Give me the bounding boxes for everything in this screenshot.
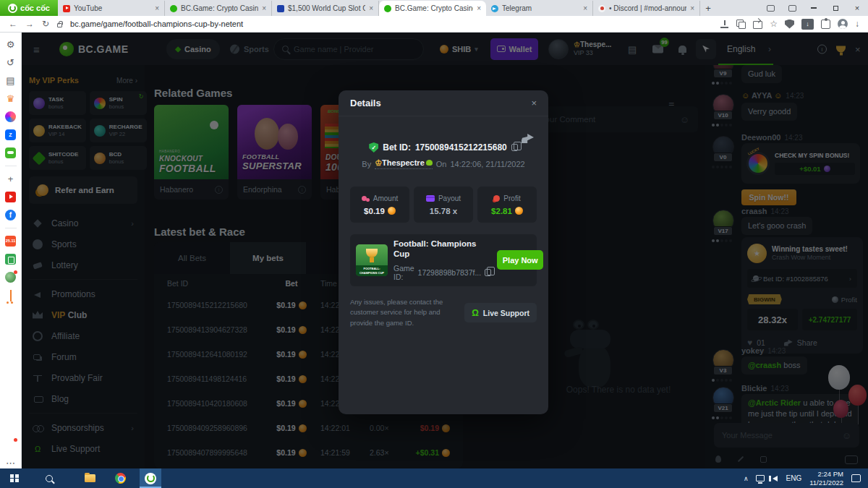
download-page-icon[interactable]	[720, 20, 729, 29]
tray-expand-icon[interactable]: ∧	[744, 475, 749, 482]
bet-datetime: 14:22:06, 21/11/2022	[450, 160, 524, 168]
language-indicator[interactable]: ENG	[786, 474, 801, 482]
reading-mode-icon[interactable]	[760, 0, 781, 16]
close-window-button[interactable]: ×	[846, 0, 868, 16]
newsfeed-icon[interactable]: ▤	[5, 75, 16, 86]
start-button[interactable]	[4, 468, 25, 488]
download-button[interactable]: ↓	[801, 19, 814, 30]
game-id-row: Game ID: 17298898b7837f...	[393, 264, 491, 281]
tab-discord[interactable]: • Discord | #mod-announc ×	[593, 1, 700, 16]
tab-title: • Discord | #mod-announc	[609, 4, 686, 12]
tab-bcgame-1[interactable]: BC.Game: Crypto Casino Gam ×	[165, 1, 272, 16]
browser-side-rail: ⚙ ↺ ▤ ♛ Z + f 25.11 ⋯	[0, 33, 22, 468]
taskbar-clock[interactable]: 2:24 PM 11/21/2022	[809, 470, 843, 487]
calendar-icon[interactable]: 25.11	[5, 236, 16, 247]
windows-logo-icon	[10, 474, 19, 483]
send-to-device-icon[interactable]	[781, 0, 803, 16]
amount-value: $0.19	[364, 207, 385, 215]
bet-username[interactable]: ♔Thespectre	[375, 158, 433, 169]
modal-close-icon[interactable]: ×	[531, 98, 537, 108]
bookmark-star-icon[interactable]: ☆	[770, 19, 778, 29]
windows-taskbar: ∧ ENG 2:24 PM 11/21/2022	[0, 468, 868, 488]
tab-close-icon[interactable]: ×	[477, 4, 481, 12]
stat-profit: Profit $2.81	[477, 187, 537, 223]
tab-close-icon[interactable]: ×	[583, 4, 587, 12]
minimize-button[interactable]	[803, 0, 825, 16]
game-info-card: FOOTBALL:CHAMPIONS CUP Football: Champio…	[350, 234, 537, 286]
taskbar-chrome[interactable]	[109, 468, 131, 488]
crown-icon: ♔	[375, 158, 382, 167]
rail-more-icon[interactable]: ⋯	[5, 458, 16, 468]
tab-close-icon[interactable]: ×	[262, 4, 266, 12]
tab-youtube[interactable]: YouTube ×	[58, 1, 165, 16]
tab-title: $1,500 World Cup Slot Challe	[288, 4, 365, 12]
coccoc-brand[interactable]: cốc cốc	[0, 0, 58, 16]
facebook-shortcut-icon[interactable]: f	[5, 210, 16, 221]
address-bar: ← → ↻ bc.game/game/football-champions-cu…	[0, 16, 868, 33]
tab-close-icon[interactable]: ×	[369, 4, 373, 12]
browser-profile-avatar[interactable]	[838, 19, 848, 29]
tab-title: BC.Game: Crypto Casino Gam	[395, 4, 473, 12]
clock-time: 2:24 PM	[809, 470, 843, 479]
translate-icon[interactable]	[736, 20, 746, 29]
stat-payout: Payout 15.78 x	[414, 187, 473, 223]
network-icon[interactable]	[756, 475, 765, 481]
history-icon[interactable]: ↺	[5, 57, 16, 68]
add-shortcut-icon[interactable]: +	[5, 174, 16, 184]
bet-stats: Amount $0.19 Payout 15.78 x Profit $2.81	[350, 187, 537, 223]
tab-telegram[interactable]: Telegram ×	[486, 1, 593, 16]
game-id-value: 17298898b7837f...	[418, 268, 482, 277]
games-icon[interactable]	[5, 147, 16, 158]
forward-icon[interactable]: →	[25, 19, 34, 29]
zalo-icon[interactable]: Z	[5, 129, 16, 140]
window-controls: ×	[760, 0, 868, 16]
game-title: Football: Champions Cup	[393, 239, 491, 260]
copy-icon[interactable]	[485, 269, 491, 276]
bcgame-page: ≡ BC.GAME ◆ Casino Sports SHIB ▾ Wallet	[22, 33, 868, 468]
back-icon[interactable]: ←	[9, 19, 17, 29]
adblock-shield-icon[interactable]	[785, 20, 794, 29]
battery-saver-icon[interactable]	[5, 254, 16, 265]
trophy-icon	[366, 249, 378, 257]
taskbar-search[interactable]	[38, 468, 60, 488]
tab-slot-challenge[interactable]: $1,500 World Cup Slot Challe ×	[272, 1, 379, 16]
settings-gear-icon[interactable]: ⚙	[5, 39, 16, 50]
play-now-button[interactable]: Play Now	[497, 250, 543, 270]
hot-crown-icon[interactable]: ♛	[5, 93, 16, 104]
messenger-icon[interactable]	[5, 111, 16, 122]
url-text[interactable]: bc.game/game/football-champions-cup-by-n…	[70, 20, 243, 28]
copy-icon[interactable]	[511, 144, 518, 151]
coccoc-brand-label: cốc cốc	[20, 4, 50, 12]
support-note-row: Any issues, please contact the customer …	[350, 297, 537, 329]
share-page-icon[interactable]	[753, 20, 762, 29]
reload-icon[interactable]: ↻	[42, 19, 49, 29]
tab-title: Telegram	[502, 4, 579, 12]
taskbar-explorer[interactable]	[79, 468, 101, 488]
lock-icon[interactable]	[57, 23, 62, 27]
tab-bcgame-active[interactable]: BC.Game: Crypto Casino Gam ×	[379, 1, 486, 16]
extensions-icon[interactable]	[821, 20, 830, 29]
shopping-cart-icon[interactable]	[5, 290, 16, 301]
tab-close-icon[interactable]: ×	[690, 4, 694, 12]
folder-icon	[85, 474, 95, 482]
browser-tab-bar: cốc cốc YouTube × BC.Game: Crypto Casino…	[0, 0, 868, 16]
coccoc-logo-icon	[8, 4, 17, 13]
new-tab-button[interactable]: +	[700, 1, 716, 16]
system-tray: ∧ ENG 2:24 PM 11/21/2022	[744, 470, 868, 487]
clock-date: 11/21/2022	[809, 479, 843, 487]
volume-icon[interactable]	[773, 476, 778, 481]
payout-value: 15.78 x	[430, 207, 457, 215]
tab-close-icon[interactable]: ×	[155, 4, 159, 12]
notifications-bell-icon[interactable]	[5, 440, 16, 450]
youtube-favicon	[63, 5, 70, 12]
downloads-icon[interactable]: ↓	[855, 19, 859, 29]
maximize-button[interactable]	[825, 0, 846, 16]
payout-icon	[426, 195, 435, 202]
taskbar-coccoc-active[interactable]	[140, 468, 161, 488]
game-thumbnail: FOOTBALL:CHAMPIONS CUP	[356, 244, 388, 276]
youtube-shortcut-icon[interactable]	[5, 192, 16, 202]
football-news-icon[interactable]	[5, 272, 16, 283]
action-center-icon[interactable]	[851, 474, 861, 482]
verified-shield-icon: ✓	[369, 142, 378, 153]
live-support-button[interactable]: Ω Live Support	[464, 303, 537, 322]
